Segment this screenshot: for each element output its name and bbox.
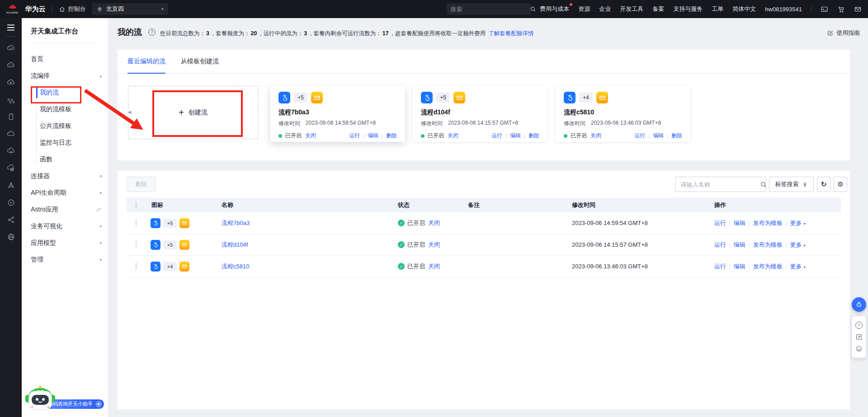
toggle-off-link[interactable]: 关闭 [590,132,601,140]
row-checkbox[interactable] [136,241,137,248]
edit-link[interactable]: 编辑 [734,241,745,249]
search-icon[interactable] [760,181,767,188]
global-search[interactable] [447,3,531,15]
usage-guide-link[interactable]: 使用指南 [827,29,860,37]
row-checkbox[interactable] [136,262,137,270]
delete-link[interactable]: 删除 [671,132,682,140]
share-nodes-icon[interactable] [0,211,22,228]
assistant-mascot[interactable] [23,384,58,413]
table-settings-button[interactable]: ⚙ [834,177,847,192]
sidebar-item-connectors[interactable]: 连接器 ▾ [22,168,108,184]
nav-icp-filing[interactable]: 备案 [652,5,664,13]
cloud-clock-icon[interactable] [0,159,22,177]
flow-name-link[interactable]: 流程c5810 [222,263,249,270]
run-link[interactable]: 运行 [714,262,726,271]
delete-link[interactable]: 删除 [386,132,397,140]
sidebar-item-functions[interactable]: 函数 [22,151,108,168]
smart-assistant-button[interactable] [852,297,866,312]
account-name[interactable]: hw081993541 [765,6,802,13]
create-flow-button[interactable]: + 创建流 [128,86,258,139]
more-dropdown[interactable]: 更多▾ [790,219,806,227]
nav-support[interactable]: 支持与服务 [673,5,703,13]
sidebar-item-monitoring-logs[interactable]: 监控与日志 [22,134,108,151]
menu-icon[interactable] [6,24,15,31]
flow-name-link[interactable]: 流程d104f [222,241,248,248]
cli-terminal-icon[interactable] [821,5,828,13]
cloud-dashboard-icon[interactable] [0,74,22,91]
toggle-off-link[interactable]: 关闭 [428,241,440,249]
search-icon[interactable] [530,6,536,12]
delete-link[interactable]: 删除 [528,132,539,140]
feedback-icon[interactable] [855,333,863,341]
cloud-upload-icon[interactable] [0,142,22,159]
name-search[interactable] [675,177,766,192]
nav-language[interactable]: 简体中文 [732,5,756,13]
sidebar-item-application-model[interactable]: 应用模型 ▾ [22,234,108,251]
waves-icon[interactable] [0,91,22,108]
help-icon[interactable]: ? [148,28,156,36]
toggle-off-link[interactable]: 关闭 [305,132,316,140]
sidebar-item-my-flows[interactable]: 我的流 [22,84,108,101]
cloud-icon[interactable] [0,125,22,142]
sidebar-item-flow-orchestration[interactable]: 流编排 ▴ [22,67,108,84]
edit-link[interactable]: 编辑 [653,132,664,140]
nav-billing[interactable]: 费用与成本 [540,5,569,13]
flow-card[interactable]: +5 流程7b0a3 修改时间2023-09-06 14:59:54 GMT+8… [270,86,405,142]
run-link[interactable]: 运行 [714,241,726,249]
refresh-button[interactable]: ↻ [817,177,830,192]
sidebar-item-management[interactable]: 管理 ▾ [22,251,108,268]
edit-link[interactable]: 编辑 [734,219,745,227]
device-icon[interactable] [0,108,22,125]
edit-link[interactable]: 编辑 [368,132,378,140]
toggle-off-link[interactable]: 关闭 [448,132,458,140]
tab-create-from-template[interactable]: 从模板创建流 [181,50,219,73]
tag-search-button[interactable]: 标签搜索 ≫ [769,177,814,192]
row-checkbox[interactable] [136,219,137,227]
cloud-server-icon[interactable] [0,39,22,56]
sidebar-item-home[interactable]: 首页 [22,51,108,67]
sidebar-item-my-flow-templates[interactable]: 我的流模板 [22,101,108,117]
smiley-icon[interactable] [855,345,863,352]
sidebar-collapse-icon[interactable]: ◀ [128,110,131,114]
ip-icon[interactable]: IP [0,194,22,211]
select-all-checkbox[interactable] [136,201,137,209]
sidebar-item-public-flow-templates[interactable]: 公共流模板 [22,117,108,134]
toggle-off-link[interactable]: 关闭 [428,262,440,271]
cart-icon[interactable] [837,5,845,13]
flow-name[interactable]: 流程c5810 [564,108,682,117]
mail-icon[interactable] [854,5,862,13]
paper-plane-icon[interactable] [0,177,22,194]
cloud-dots-icon[interactable] [0,56,22,74]
globe-icon[interactable] [0,228,22,245]
nav-resources[interactable]: 资源 [578,5,590,13]
run-link[interactable]: 运行 [349,132,360,140]
tab-recent-flows[interactable]: 最近编辑的流 [127,50,165,73]
run-link[interactable]: 运行 [714,219,726,227]
nav-enterprise[interactable]: 企业 [599,5,611,13]
delete-button[interactable]: 删除 [127,177,156,192]
publish-as-template-link[interactable]: 发布为模板 [753,219,783,227]
publish-as-template-link[interactable]: 发布为模板 [753,262,783,271]
flow-card[interactable]: +4 流程c5810 修改时间2023-09-06 13:46:03 GMT+8… [556,86,690,142]
edit-link[interactable]: 编辑 [734,262,745,271]
flow-name[interactable]: 流程7b0a3 [278,108,397,117]
run-link[interactable]: 运行 [634,132,645,140]
nav-tickets[interactable]: 工单 [712,5,723,13]
flow-card[interactable]: +5 流程d104f 修改时间2023-09-06 14:15:57 GMT+8… [413,86,547,142]
name-search-input[interactable] [680,181,760,188]
edit-link[interactable]: 编辑 [510,132,521,140]
toggle-off-link[interactable]: 关闭 [428,219,440,227]
help-icon[interactable]: ? [855,322,863,329]
region-selector[interactable]: 北京四 ▾ [92,3,168,15]
more-dropdown[interactable]: 更多▾ [790,241,806,249]
more-dropdown[interactable]: 更多▾ [790,262,806,271]
sidebar-item-astro-app[interactable]: Astro应用 [22,201,108,218]
sidebar-item-business-visualization[interactable]: 业务可视化 ▾ [22,218,108,234]
sidebar-item-api-lifecycle[interactable]: API生命周期 ▾ [22,184,108,201]
global-search-input[interactable] [450,6,530,13]
console-link[interactable]: 控制台 [59,5,86,13]
nav-dev-tools[interactable]: 开发工具 [620,5,643,13]
flow-name[interactable]: 流程d104f [421,108,539,117]
publish-as-template-link[interactable]: 发布为模板 [753,241,783,249]
flow-name-link[interactable]: 流程7b0a3 [222,220,250,226]
